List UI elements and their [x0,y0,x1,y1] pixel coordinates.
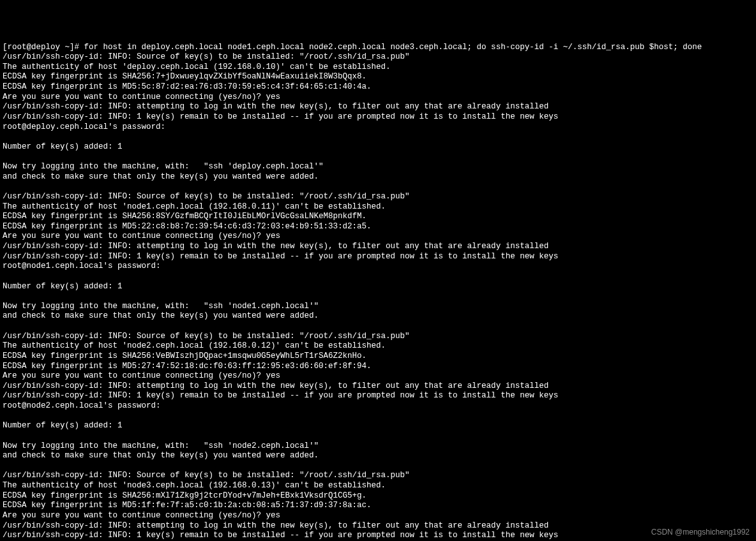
output-line: /usr/bin/ssh-copy-id: INFO: 1 key(s) rem… [3,112,558,121]
output-line: /usr/bin/ssh-copy-id: INFO: Source of ke… [3,192,410,201]
output-line: and check to make sure that only the key… [3,311,319,320]
output-line: Now try logging into the machine, with: … [3,441,319,450]
output-line: root@deploy.ceph.local's password: [3,122,165,131]
output-line: /usr/bin/ssh-copy-id: INFO: 1 key(s) rem… [3,252,558,261]
output-line: The authenticity of host 'node1.ceph.loc… [3,202,386,211]
output-line: ECDSA key fingerprint is SHA256:mXl71Zkg… [3,491,367,500]
output-line: /usr/bin/ssh-copy-id: INFO: 1 key(s) rem… [3,391,558,400]
output-line: Number of key(s) added: 1 [3,142,123,151]
watermark-text: CSDN @mengshicheng1992 [651,528,750,537]
output-line: ECDSA key fingerprint is SHA256:7+jDxwue… [3,72,367,81]
output-line: Are you sure you want to continue connec… [3,232,280,241]
output-line: root@node2.ceph.local's password: [3,401,161,410]
output-line: The authenticity of host 'node2.ceph.loc… [3,341,386,350]
output-line: and check to make sure that only the key… [3,172,319,181]
output-line: Number of key(s) added: 1 [3,282,123,291]
output-line: ECDSA key fingerprint is SHA256:8SY/Gzfm… [3,212,367,221]
command-prompt-line: [root@deploy ~]# for host in deploy.ceph… [3,43,702,52]
output-line: /usr/bin/ssh-copy-id: INFO: attempting t… [3,382,548,390]
output-line: and check to make sure that only the key… [3,451,319,460]
output-line: /usr/bin/ssh-copy-id: INFO: Source of ke… [3,471,410,480]
output-line: root@node1.ceph.local's password: [3,262,161,270]
output-line: Number of key(s) added: 1 [3,421,123,430]
terminal-output[interactable]: [root@deploy ~]# for host in deploy.ceph… [3,43,753,542]
output-line: ECDSA key fingerprint is MD5:1f:fe:7f:a5… [3,501,372,510]
output-line: /usr/bin/ssh-copy-id: INFO: attempting t… [3,242,548,251]
output-line: /usr/bin/ssh-copy-id: INFO: 1 key(s) rem… [3,531,558,540]
output-line: The authenticity of host 'deploy.ceph.lo… [3,63,391,71]
output-line: Now try logging into the machine, with: … [3,302,319,311]
output-line: Now try logging into the machine, with: … [3,162,324,171]
output-line: /usr/bin/ssh-copy-id: INFO: Source of ke… [3,332,410,341]
output-line: ECDSA key fingerprint is SHA256:VeBWIszh… [3,352,367,360]
output-line: ECDSA key fingerprint is MD5:27:47:52:18… [3,362,372,371]
output-line: Are you sure you want to continue connec… [3,511,280,520]
output-line: /usr/bin/ssh-copy-id: INFO: Source of ke… [3,52,410,61]
output-line: /usr/bin/ssh-copy-id: INFO: attempting t… [3,102,548,111]
output-line: Are you sure you want to continue connec… [3,93,280,101]
output-line: ECDSA key fingerprint is MD5:22:c8:b8:7c… [3,222,372,231]
output-line: Are you sure you want to continue connec… [3,371,280,380]
output-line: The authenticity of host 'node3.ceph.loc… [3,481,386,490]
output-line: /usr/bin/ssh-copy-id: INFO: attempting t… [3,521,548,530]
output-line: ECDSA key fingerprint is MD5:5c:87:d2:ea… [3,82,372,91]
